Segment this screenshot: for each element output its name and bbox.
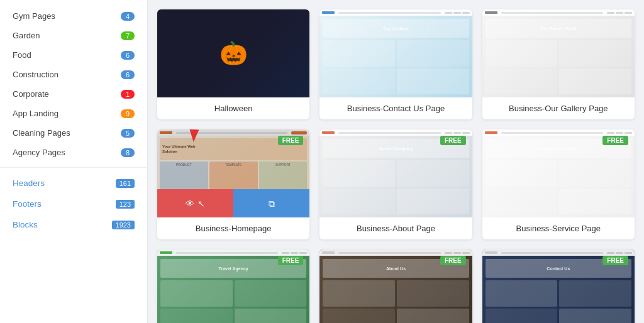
sidebar-nav-label: Footers: [13, 199, 42, 209]
sidebar-item-label: App Landing: [13, 109, 58, 118]
sidebar-nav-count: 123: [116, 200, 135, 209]
main-content: 🎃 Halloween Our Contact: [148, 0, 644, 323]
copy-icon: ⧉: [269, 199, 275, 209]
sidebar-item-agency-pages[interactable]: Agency Pages 8: [0, 143, 147, 162]
copy-button[interactable]: ⧉: [233, 189, 309, 217]
sidebar-badge: 6: [121, 51, 135, 60]
preview-button[interactable]: 👁 ↖: [157, 189, 233, 217]
sidebar: Gym Pages 4 Garden 7 Food 6 Construction…: [0, 0, 148, 323]
sidebar-badge: 1: [121, 90, 135, 99]
card-label: Business-Service Page: [482, 217, 635, 239]
sidebar-badge: 4: [121, 12, 135, 21]
card-label: Business-Our Gallery Page: [482, 97, 635, 119]
sidebar-item-label: Construction: [13, 70, 58, 79]
sidebar-item-label: Agency Pages: [13, 148, 65, 157]
template-card-business-service[interactable]: Company Services FREE Business-Service P…: [482, 129, 635, 239]
sidebar-badge: 6: [121, 70, 135, 79]
sidebar-item-label: Garden: [13, 31, 40, 40]
sidebar-nav-blocks[interactable]: Blocks 1923: [0, 214, 147, 235]
sidebar-badge: 5: [121, 129, 135, 138]
sidebar-item-app-landing[interactable]: App Landing 9: [0, 104, 147, 123]
sidebar-badge: 8: [121, 148, 135, 157]
free-badge: FREE: [440, 136, 466, 145]
template-card-business-about[interactable]: About Company FREE Business-About Page: [319, 129, 472, 239]
sidebar-badge: 9: [121, 109, 135, 118]
template-card-about2[interactable]: About Us FREE About Us: [319, 249, 472, 323]
sidebar-item-label: Corporate: [13, 89, 49, 99]
free-badge: FREE: [602, 136, 628, 145]
card-label: Business-Homepage: [157, 217, 309, 239]
free-badge: FREE: [278, 136, 304, 145]
sidebar-divider: [0, 167, 147, 168]
sidebar-item-corporate[interactable]: Corporate 1: [0, 84, 147, 104]
template-grid: 🎃 Halloween Our Contact: [157, 9, 635, 323]
template-card-business-gallery[interactable]: Our Recent Work Business-Our Gallery Pag…: [482, 9, 635, 119]
free-badge: FREE: [440, 256, 466, 265]
sidebar-item-cleaning-pages[interactable]: Cleaning Pages 5: [0, 123, 147, 143]
sidebar-nav-headers[interactable]: Headers 161: [0, 173, 147, 194]
template-card-contact[interactable]: Contact Us FREE Contact Us: [482, 249, 635, 323]
sidebar-item-gym-pages[interactable]: Gym Pages 4: [0, 6, 147, 26]
sidebar-nav-label: Headers: [13, 178, 45, 188]
eye-icon: 👁: [186, 199, 194, 209]
sidebar-item-construction[interactable]: Construction 6: [0, 65, 147, 84]
free-badge: FREE: [602, 256, 628, 265]
card-label: Business-About Page: [319, 217, 472, 239]
sidebar-item-label: Gym Pages: [13, 11, 55, 21]
sidebar-item-label: Cleaning Pages: [13, 128, 70, 138]
cursor-icon: ↖: [197, 199, 205, 209]
sidebar-nav-count: 1923: [112, 221, 135, 229]
sidebar-item-food[interactable]: Food 6: [0, 45, 147, 65]
sidebar-item-garden[interactable]: Garden 7: [0, 26, 147, 45]
sidebar-nav-footers[interactable]: Footers 123: [0, 194, 147, 214]
template-card-business-contact[interactable]: Our Contact Business-Contact Us Page: [319, 9, 472, 119]
template-card-travel-agency[interactable]: Travel Agency FREE Travel Agency: [157, 249, 309, 323]
template-card-halloween[interactable]: 🎃 Halloween: [157, 9, 309, 119]
card-label: Business-Contact Us Page: [319, 97, 472, 119]
sidebar-item-label: Food: [13, 50, 31, 60]
card-label: Halloween: [157, 97, 309, 119]
free-badge: FREE: [278, 256, 304, 265]
sidebar-nav-label: Blocks: [13, 220, 38, 229]
sidebar-badge: 7: [121, 31, 135, 40]
sidebar-nav-count: 161: [116, 179, 135, 188]
template-card-business-homepage[interactable]: Your Ultimate WebSolution PRODUCT TEMPLA…: [157, 129, 309, 239]
